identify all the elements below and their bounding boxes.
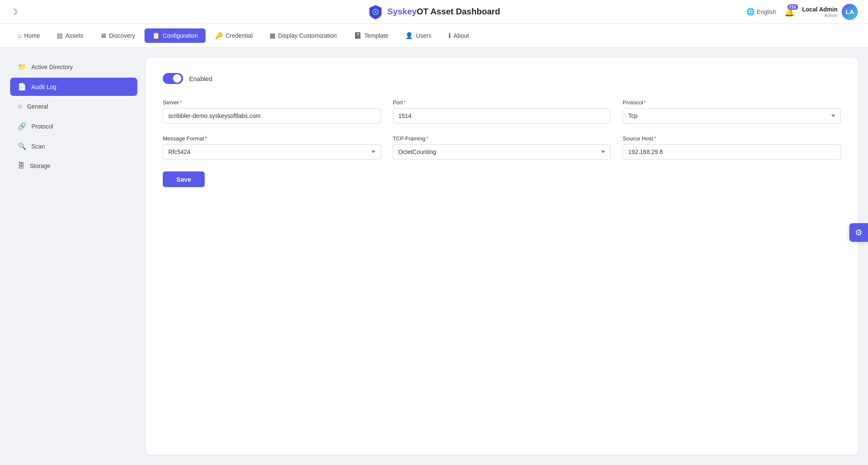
server-label: Server* [163,99,381,106]
tcp-framing-label: TCP Framing* [393,135,611,142]
discovery-nav-icon: 🖥 [100,32,106,39]
audit-log-sidebar-label: Audit Log [31,84,56,90]
header-right: 🌐 English 🔔 216 Local Admin Admin LA [746,4,858,20]
server-group: Server* [163,99,381,123]
display-customization-nav-icon: ▦ [270,32,275,39]
sidebar-item-active-directory[interactable]: 📁Active Directory [10,58,137,76]
notifications-bell[interactable]: 🔔 216 [784,7,795,17]
logo-shield-icon [368,4,383,20]
user-info: Local Admin Admin [802,6,838,18]
nav-item-discovery[interactable]: 🖥Discovery [92,28,142,42]
user-role: Admin [802,13,838,18]
display-customization-nav-label: Display Customization [278,32,337,39]
home-nav-icon: ⌂ [18,32,22,39]
configuration-nav-label: Configuration [163,32,198,39]
scan-sidebar-icon: 🔍 [18,142,26,150]
scan-sidebar-label: Scan [31,143,45,150]
svg-point-1 [375,11,377,13]
message-format-group: Message Format* Rfc5424Rfc3164 [163,135,381,160]
toggle-row: Enabled [163,73,841,84]
globe-icon: 🌐 [746,8,755,16]
storage-sidebar-icon: 🗄 [18,162,25,170]
app-title: SyskeyOT Asset Dashboard [387,7,500,17]
nav-item-home[interactable]: ⌂Home [10,28,47,42]
port-label: Port* [393,99,611,106]
assets-nav-icon: ▤ [57,32,63,39]
server-input[interactable] [163,108,381,123]
about-nav-icon: ℹ [448,32,451,39]
storage-sidebar-label: Storage [30,162,50,169]
general-sidebar-label: General [27,103,48,110]
floating-gear-button[interactable]: ⚙ [849,223,868,242]
credential-nav-label: Credential [225,32,253,39]
gear-icon: ⚙ [855,227,862,238]
sidebar-item-storage[interactable]: 🗄Storage [10,157,137,175]
users-nav-label: Users [416,32,431,39]
sidebar-item-audit-log[interactable]: 📄Audit Log [10,78,137,96]
sidebar: 📁Active Directory📄Audit Log○General🔗Prot… [10,58,137,455]
form-row-1: Server* Port* Protocol* TcpUdp [163,99,841,123]
main-layout: 📁Active Directory📄Audit Log○General🔗Prot… [0,48,868,465]
user-name: Local Admin [802,6,838,13]
protocol-select[interactable]: TcpUdp [623,108,841,123]
protocol-group: Protocol* TcpUdp [623,99,841,123]
home-nav-label: Home [24,32,40,39]
nav-item-users[interactable]: 👤Users [398,28,439,43]
nav-item-configuration[interactable]: 📋Configuration [145,28,206,43]
language-selector[interactable]: 🌐 English [746,8,776,16]
assets-nav-label: Assets [65,32,83,39]
dark-mode-icon[interactable]: ☽ [10,7,18,17]
protocol-sidebar-label: Protocol [31,123,53,130]
template-nav-label: Template [364,32,389,39]
notification-count: 216 [787,4,798,10]
nav-item-display-customization[interactable]: ▦Display Customization [262,28,345,43]
logo-area: SyskeyOT Asset Dashboard [368,4,500,20]
enabled-toggle[interactable] [163,73,183,84]
message-format-label: Message Format* [163,135,381,142]
port-input[interactable] [393,108,611,123]
tcp-framing-select[interactable]: OctetCountingNonTransparent [393,144,611,160]
avatar: LA [842,4,858,20]
toggle-knob [173,74,181,83]
credential-nav-icon: 🔑 [215,32,223,39]
nav-item-template[interactable]: 📓Template [346,28,396,43]
nav-item-assets[interactable]: ▤Assets [49,28,91,43]
template-nav-icon: 📓 [354,32,362,39]
source-host-label: Source Host* [623,135,841,142]
tcp-framing-group: TCP Framing* OctetCountingNonTransparent [393,135,611,160]
protocol-label: Protocol* [623,99,841,106]
port-group: Port* [393,99,611,123]
source-host-input[interactable] [623,144,841,160]
sidebar-item-protocol[interactable]: 🔗Protocol [10,117,137,135]
user-menu[interactable]: Local Admin Admin LA [802,4,858,20]
general-sidebar-icon: ○ [18,103,22,110]
language-label: English [757,8,776,15]
message-format-select[interactable]: Rfc5424Rfc3164 [163,144,381,160]
discovery-nav-label: Discovery [109,32,135,39]
active-directory-sidebar-icon: 📁 [18,63,26,71]
save-button[interactable]: Save [163,171,205,187]
toggle-label: Enabled [189,75,212,82]
nav-item-about[interactable]: ℹAbout [441,28,477,43]
audit-log-sidebar-icon: 📄 [18,83,26,91]
content-panel: Enabled Server* Port* Protocol* [146,58,858,455]
sidebar-item-general[interactable]: ○General [10,98,137,115]
top-header: ☽ SyskeyOT Asset Dashboard 🌐 English 🔔 2… [0,0,868,24]
configuration-nav-icon: 📋 [152,32,160,39]
users-nav-icon: 👤 [405,32,413,39]
about-nav-label: About [453,32,469,39]
nav-item-credential[interactable]: 🔑Credential [207,28,260,43]
form-row-2: Message Format* Rfc5424Rfc3164 TCP Frami… [163,135,841,160]
active-directory-sidebar-label: Active Directory [31,64,73,70]
header-left: ☽ [10,7,18,17]
sidebar-item-scan[interactable]: 🔍Scan [10,137,137,155]
protocol-sidebar-icon: 🔗 [18,122,26,130]
nav-bar: ⌂Home▤Assets🖥Discovery📋Configuration🔑Cre… [0,24,868,48]
source-host-group: Source Host* [623,135,841,160]
